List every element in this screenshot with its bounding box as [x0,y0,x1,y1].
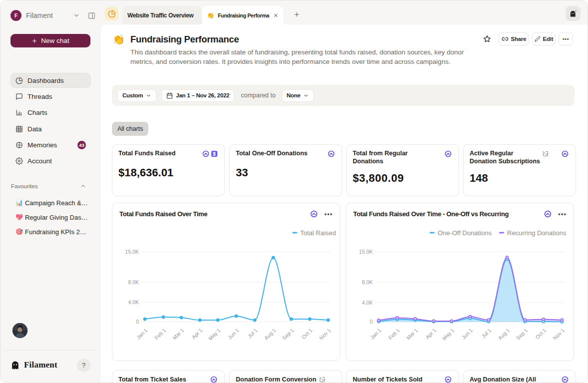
svg-text:Sep 1: Sep 1 [281,327,295,341]
svg-text:Oct 1: Oct 1 [534,327,547,340]
svg-text:0: 0 [136,319,139,325]
svg-text:Feb 1: Feb 1 [387,327,401,341]
svg-text:May 1: May 1 [207,327,222,342]
svg-text:8.0K: 8.0K [362,279,373,285]
svg-text:Recurring Donations: Recurring Donations [507,229,567,237]
svg-text:Feb 1: Feb 1 [153,327,167,341]
svg-text:Mar 1: Mar 1 [405,327,419,341]
svg-text:Jul 1: Jul 1 [480,327,492,339]
svg-text:Jan 1: Jan 1 [135,327,149,341]
svg-text:0: 0 [370,319,373,325]
svg-text:15.0K: 15.0K [359,249,373,255]
svg-text:4.0K: 4.0K [128,299,139,305]
svg-text:Oct 1: Oct 1 [300,327,313,340]
svg-text:8.0K: 8.0K [128,279,139,285]
svg-text:Total Raised: Total Raised [300,229,336,237]
svg-text:Nov 1: Nov 1 [318,327,332,341]
svg-text:Jun 1: Jun 1 [227,327,240,341]
svg-text:Apr 1: Apr 1 [190,327,203,340]
svg-text:4.0K: 4.0K [362,300,373,306]
svg-text:Sep 1: Sep 1 [515,327,529,341]
svg-text:Jun 1: Jun 1 [461,327,474,341]
svg-text:Jul 1: Jul 1 [246,327,258,339]
svg-text:One-Off Donations: One-Off Donations [438,229,492,237]
svg-text:May 1: May 1 [441,327,456,342]
svg-text:Nov 1: Nov 1 [552,327,566,341]
svg-text:15.0K: 15.0K [125,249,139,255]
svg-text:Apr 1: Apr 1 [424,327,437,340]
svg-text:Mar 1: Mar 1 [171,327,185,341]
svg-text:Aug 1: Aug 1 [497,327,511,341]
svg-text:Aug 1: Aug 1 [263,327,277,341]
svg-text:Jan 1: Jan 1 [369,327,383,341]
